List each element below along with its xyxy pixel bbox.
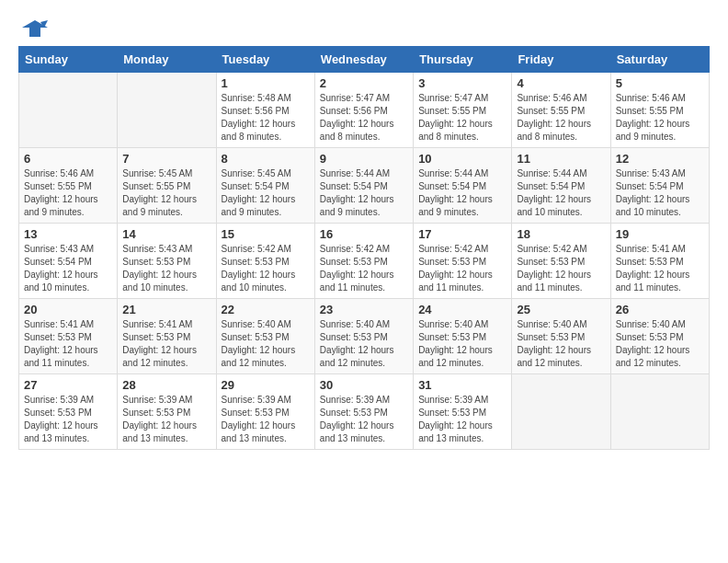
- day-number: 5: [616, 76, 704, 90]
- calendar-cell: 6Sunrise: 5:46 AMSunset: 5:55 PMDaylight…: [19, 148, 118, 224]
- day-info: Sunrise: 5:44 AMSunset: 5:54 PMDaylight:…: [320, 167, 408, 219]
- weekday-header-friday: Friday: [512, 47, 610, 73]
- calendar-cell: 16Sunrise: 5:42 AMSunset: 5:53 PMDayligh…: [314, 224, 413, 299]
- calendar-cell: [19, 73, 118, 148]
- day-info: Sunrise: 5:46 AMSunset: 5:55 PMDaylight:…: [24, 167, 112, 219]
- day-info: Sunrise: 5:45 AMSunset: 5:55 PMDaylight:…: [122, 167, 210, 219]
- calendar-cell: 3Sunrise: 5:47 AMSunset: 5:55 PMDaylight…: [414, 73, 512, 148]
- calendar-week-row: 6Sunrise: 5:46 AMSunset: 5:55 PMDaylight…: [19, 148, 710, 224]
- calendar-cell: 22Sunrise: 5:40 AMSunset: 5:53 PMDayligh…: [216, 299, 314, 374]
- calendar-cell: 21Sunrise: 5:41 AMSunset: 5:53 PMDayligh…: [118, 299, 216, 374]
- day-number: 27: [24, 378, 112, 392]
- calendar-cell: 27Sunrise: 5:39 AMSunset: 5:53 PMDayligh…: [19, 374, 118, 450]
- day-info: Sunrise: 5:39 AMSunset: 5:53 PMDaylight:…: [222, 394, 310, 445]
- day-number: 29: [222, 378, 310, 392]
- day-info: Sunrise: 5:40 AMSunset: 5:53 PMDaylight:…: [616, 318, 704, 370]
- day-info: Sunrise: 5:46 AMSunset: 5:55 PMDaylight:…: [517, 92, 605, 144]
- day-number: 16: [320, 227, 408, 241]
- calendar-cell: 14Sunrise: 5:43 AMSunset: 5:53 PMDayligh…: [118, 224, 216, 299]
- calendar-cell: 19Sunrise: 5:41 AMSunset: 5:53 PMDayligh…: [610, 224, 709, 299]
- day-info: Sunrise: 5:43 AMSunset: 5:54 PMDaylight:…: [24, 243, 112, 294]
- day-number: 9: [320, 152, 408, 166]
- day-number: 28: [122, 378, 210, 392]
- page-header: [18, 18, 710, 37]
- day-number: 13: [24, 227, 112, 241]
- calendar-cell: 5Sunrise: 5:46 AMSunset: 5:55 PMDaylight…: [610, 73, 709, 148]
- day-number: 7: [122, 152, 210, 166]
- weekday-header-row: SundayMondayTuesdayWednesdayThursdayFrid…: [19, 47, 710, 73]
- calendar-cell: 11Sunrise: 5:44 AMSunset: 5:54 PMDayligh…: [512, 148, 610, 224]
- day-info: Sunrise: 5:40 AMSunset: 5:53 PMDaylight:…: [517, 318, 605, 370]
- day-info: Sunrise: 5:40 AMSunset: 5:53 PMDaylight:…: [320, 318, 408, 370]
- logo: [18, 18, 48, 37]
- calendar-cell: 23Sunrise: 5:40 AMSunset: 5:53 PMDayligh…: [314, 299, 413, 374]
- calendar-cell: 10Sunrise: 5:44 AMSunset: 5:54 PMDayligh…: [414, 148, 512, 224]
- calendar-cell: 24Sunrise: 5:40 AMSunset: 5:53 PMDayligh…: [414, 299, 512, 374]
- day-number: 25: [517, 303, 605, 316]
- calendar-table: SundayMondayTuesdayWednesdayThursdayFrid…: [18, 46, 710, 450]
- day-number: 17: [418, 227, 506, 241]
- weekday-header-wednesday: Wednesday: [314, 47, 413, 73]
- day-info: Sunrise: 5:39 AMSunset: 5:53 PMDaylight:…: [24, 394, 112, 445]
- day-number: 30: [320, 378, 408, 392]
- weekday-header-sunday: Sunday: [19, 47, 118, 73]
- day-info: Sunrise: 5:44 AMSunset: 5:54 PMDaylight:…: [517, 167, 605, 219]
- day-info: Sunrise: 5:41 AMSunset: 5:53 PMDaylight:…: [24, 318, 112, 370]
- day-number: 11: [517, 152, 605, 166]
- logo-bird-icon: [22, 18, 48, 39]
- calendar-cell: 17Sunrise: 5:42 AMSunset: 5:53 PMDayligh…: [414, 224, 512, 299]
- weekday-header-saturday: Saturday: [610, 47, 709, 73]
- day-number: 18: [517, 227, 605, 241]
- day-info: Sunrise: 5:39 AMSunset: 5:53 PMDaylight:…: [418, 394, 506, 445]
- day-info: Sunrise: 5:39 AMSunset: 5:53 PMDaylight:…: [320, 394, 408, 445]
- day-number: 14: [122, 227, 210, 241]
- day-info: Sunrise: 5:40 AMSunset: 5:53 PMDaylight:…: [418, 318, 506, 370]
- day-info: Sunrise: 5:44 AMSunset: 5:54 PMDaylight:…: [418, 167, 506, 219]
- calendar-cell: 29Sunrise: 5:39 AMSunset: 5:53 PMDayligh…: [216, 374, 314, 450]
- calendar-cell: [610, 374, 709, 450]
- calendar-cell: 25Sunrise: 5:40 AMSunset: 5:53 PMDayligh…: [512, 299, 610, 374]
- day-number: 3: [418, 76, 506, 90]
- day-info: Sunrise: 5:41 AMSunset: 5:53 PMDaylight:…: [616, 243, 704, 294]
- calendar-cell: 18Sunrise: 5:42 AMSunset: 5:53 PMDayligh…: [512, 224, 610, 299]
- calendar-cell: 4Sunrise: 5:46 AMSunset: 5:55 PMDaylight…: [512, 73, 610, 148]
- weekday-header-tuesday: Tuesday: [216, 47, 314, 73]
- calendar-cell: 31Sunrise: 5:39 AMSunset: 5:53 PMDayligh…: [414, 374, 512, 450]
- day-number: 24: [418, 303, 506, 316]
- calendar-cell: 1Sunrise: 5:48 AMSunset: 5:56 PMDaylight…: [216, 73, 314, 148]
- calendar-cell: 7Sunrise: 5:45 AMSunset: 5:55 PMDaylight…: [118, 148, 216, 224]
- day-number: 26: [616, 303, 704, 316]
- day-number: 15: [222, 227, 310, 241]
- calendar-cell: 9Sunrise: 5:44 AMSunset: 5:54 PMDaylight…: [314, 148, 413, 224]
- day-number: 4: [517, 76, 605, 90]
- day-info: Sunrise: 5:47 AMSunset: 5:55 PMDaylight:…: [418, 92, 506, 144]
- calendar-cell: 30Sunrise: 5:39 AMSunset: 5:53 PMDayligh…: [314, 374, 413, 450]
- day-info: Sunrise: 5:42 AMSunset: 5:53 PMDaylight:…: [320, 243, 408, 294]
- calendar-cell: 20Sunrise: 5:41 AMSunset: 5:53 PMDayligh…: [19, 299, 118, 374]
- weekday-header-monday: Monday: [118, 47, 216, 73]
- calendar-week-row: 20Sunrise: 5:41 AMSunset: 5:53 PMDayligh…: [19, 299, 710, 374]
- calendar-cell: 13Sunrise: 5:43 AMSunset: 5:54 PMDayligh…: [19, 224, 118, 299]
- day-info: Sunrise: 5:43 AMSunset: 5:53 PMDaylight:…: [122, 243, 210, 294]
- day-info: Sunrise: 5:48 AMSunset: 5:56 PMDaylight:…: [222, 92, 310, 144]
- day-number: 23: [320, 303, 408, 316]
- day-number: 21: [122, 303, 210, 316]
- day-number: 1: [222, 76, 310, 90]
- calendar-cell: 28Sunrise: 5:39 AMSunset: 5:53 PMDayligh…: [118, 374, 216, 450]
- calendar-week-row: 1Sunrise: 5:48 AMSunset: 5:56 PMDaylight…: [19, 73, 710, 148]
- day-info: Sunrise: 5:46 AMSunset: 5:55 PMDaylight:…: [616, 92, 704, 144]
- day-info: Sunrise: 5:42 AMSunset: 5:53 PMDaylight:…: [418, 243, 506, 294]
- calendar-cell: 8Sunrise: 5:45 AMSunset: 5:54 PMDaylight…: [216, 148, 314, 224]
- day-number: 2: [320, 76, 408, 90]
- day-info: Sunrise: 5:47 AMSunset: 5:56 PMDaylight:…: [320, 92, 408, 144]
- day-info: Sunrise: 5:43 AMSunset: 5:54 PMDaylight:…: [616, 167, 704, 219]
- day-info: Sunrise: 5:42 AMSunset: 5:53 PMDaylight:…: [517, 243, 605, 294]
- day-number: 20: [24, 303, 112, 316]
- day-number: 6: [24, 152, 112, 166]
- calendar-cell: 12Sunrise: 5:43 AMSunset: 5:54 PMDayligh…: [610, 148, 709, 224]
- calendar-cell: 15Sunrise: 5:42 AMSunset: 5:53 PMDayligh…: [216, 224, 314, 299]
- day-info: Sunrise: 5:42 AMSunset: 5:53 PMDaylight:…: [222, 243, 310, 294]
- weekday-header-thursday: Thursday: [414, 47, 512, 73]
- calendar-cell: [118, 73, 216, 148]
- day-number: 12: [616, 152, 704, 166]
